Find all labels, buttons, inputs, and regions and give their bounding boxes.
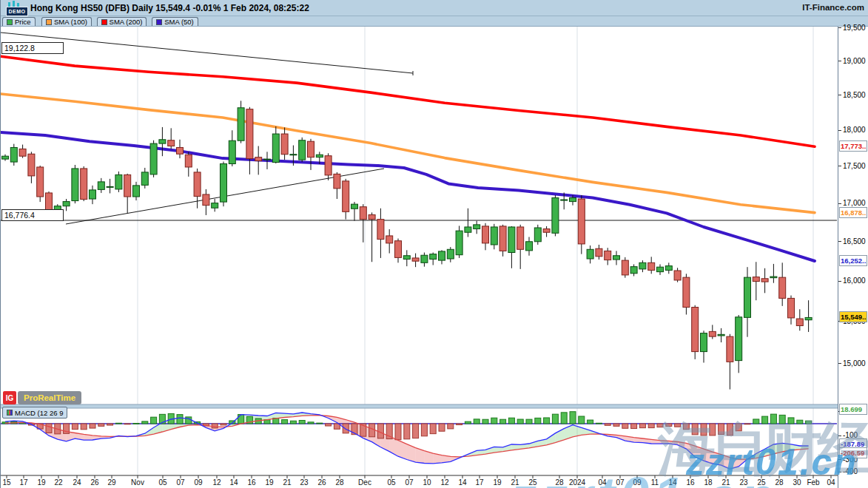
candle[interactable] xyxy=(107,179,113,194)
candle[interactable] xyxy=(360,204,366,243)
candle[interactable] xyxy=(648,257,655,274)
candle[interactable] xyxy=(308,139,314,170)
candle[interactable] xyxy=(412,254,419,268)
candle[interactable] xyxy=(447,247,454,262)
candle[interactable] xyxy=(141,168,148,189)
candle[interactable] xyxy=(639,260,646,272)
candle[interactable] xyxy=(796,309,803,331)
candle[interactable] xyxy=(526,237,533,255)
candle[interactable] xyxy=(674,268,681,282)
candle[interactable] xyxy=(246,107,253,174)
candle[interactable] xyxy=(72,165,78,203)
candle[interactable] xyxy=(465,209,471,237)
candle[interactable] xyxy=(377,209,384,258)
candle[interactable] xyxy=(124,174,131,214)
candle[interactable] xyxy=(578,195,585,254)
legend-tab-sma-50[interactable]: SMA (50) xyxy=(152,17,198,26)
candle[interactable] xyxy=(403,250,410,266)
candle[interactable] xyxy=(517,225,524,269)
candle[interactable] xyxy=(334,172,340,199)
candle[interactable] xyxy=(343,179,349,220)
sma200-line[interactable] xyxy=(1,56,815,146)
candle[interactable] xyxy=(692,305,699,359)
candle[interactable] xyxy=(177,140,184,158)
candle[interactable] xyxy=(133,182,140,200)
candle[interactable] xyxy=(19,145,26,158)
panel-separator[interactable] xyxy=(1,404,838,408)
candle[interactable] xyxy=(81,166,87,201)
candle[interactable] xyxy=(439,250,445,264)
macd-histogram-bar xyxy=(72,424,78,430)
candle[interactable] xyxy=(299,138,306,162)
candle[interactable] xyxy=(255,146,262,175)
macd-histogram-bar xyxy=(596,423,602,424)
candle[interactable] xyxy=(788,296,795,325)
candle[interactable] xyxy=(456,226,462,258)
candle[interactable] xyxy=(221,162,227,207)
sma100-line[interactable] xyxy=(1,94,815,213)
candle[interactable] xyxy=(98,178,104,193)
candle[interactable] xyxy=(736,315,742,373)
legend-tab-sma-200[interactable]: SMA (200) xyxy=(97,17,147,26)
candle[interactable] xyxy=(28,152,35,183)
candle[interactable] xyxy=(281,127,288,160)
candle[interactable] xyxy=(508,226,515,268)
candle[interactable] xyxy=(499,225,506,257)
candle[interactable] xyxy=(325,153,332,180)
macd-indicator-tab[interactable]: MACD (12 26 9 xyxy=(2,407,67,418)
candle[interactable] xyxy=(185,152,192,177)
candle[interactable] xyxy=(203,189,209,215)
candle[interactable] xyxy=(430,253,437,265)
provider-brand: IT-Finance.com xyxy=(802,3,864,12)
candle[interactable] xyxy=(596,245,602,260)
price-axis[interactable]: 19,50019,00018,50018,00017,50017,00016,5… xyxy=(838,27,868,488)
price-chart-canvas[interactable] xyxy=(1,27,838,488)
candle[interactable] xyxy=(351,202,358,221)
candle[interactable] xyxy=(272,126,279,163)
candle[interactable] xyxy=(753,262,759,300)
candle[interactable] xyxy=(115,172,122,192)
candle[interactable] xyxy=(587,245,593,263)
candle[interactable] xyxy=(10,144,17,166)
candle[interactable] xyxy=(150,140,157,177)
candle[interactable] xyxy=(421,253,428,267)
candle[interactable] xyxy=(37,166,44,202)
candle[interactable] xyxy=(63,199,70,211)
candle[interactable] xyxy=(229,130,235,166)
candle[interactable] xyxy=(613,251,620,265)
candle[interactable] xyxy=(805,300,812,332)
candle[interactable] xyxy=(605,248,611,265)
candle[interactable] xyxy=(709,325,716,339)
macd-panel[interactable] xyxy=(1,412,837,470)
candle[interactable] xyxy=(491,224,497,249)
candle[interactable] xyxy=(543,226,550,237)
candle[interactable] xyxy=(534,225,541,245)
candle[interactable] xyxy=(683,274,690,314)
candle[interactable] xyxy=(622,257,628,278)
candle[interactable] xyxy=(770,264,777,283)
candle[interactable] xyxy=(718,328,724,342)
candle[interactable] xyxy=(552,195,559,236)
candle[interactable] xyxy=(395,239,402,263)
legend-tab-sma-100[interactable]: SMA (100) xyxy=(41,17,92,26)
candle[interactable] xyxy=(369,212,375,262)
candle[interactable] xyxy=(482,223,489,251)
legend-tab-price[interactable]: Price xyxy=(2,17,36,26)
candle[interactable] xyxy=(727,334,733,390)
candle[interactable] xyxy=(701,331,707,362)
candle[interactable] xyxy=(657,264,664,274)
candle[interactable] xyxy=(168,128,175,149)
candle[interactable] xyxy=(665,262,672,274)
candle[interactable] xyxy=(474,221,480,234)
candle[interactable] xyxy=(90,186,96,204)
candle[interactable] xyxy=(212,199,218,211)
candle[interactable] xyxy=(386,229,393,253)
candle[interactable] xyxy=(2,155,9,161)
candle[interactable] xyxy=(779,262,786,306)
candle[interactable] xyxy=(238,101,244,143)
candle[interactable] xyxy=(159,127,166,156)
candle[interactable] xyxy=(761,268,768,294)
candle[interactable] xyxy=(630,264,637,276)
candle[interactable] xyxy=(744,267,751,337)
candle[interactable] xyxy=(194,169,201,209)
